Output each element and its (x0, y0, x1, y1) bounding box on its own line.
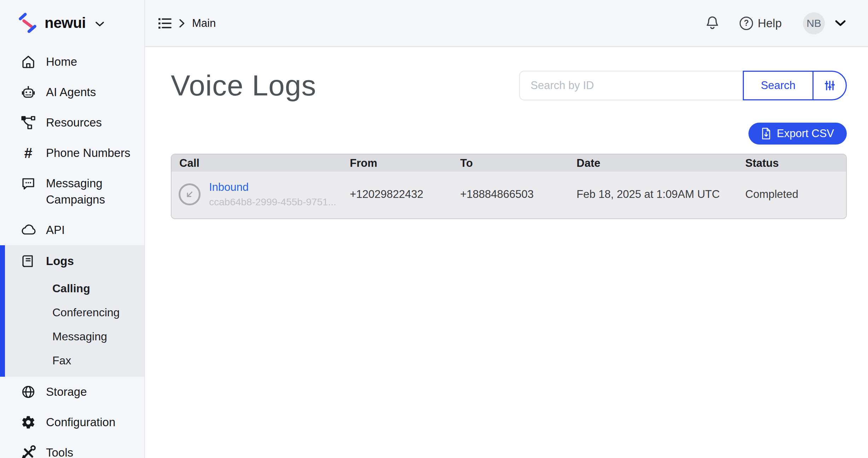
sidebar: newui Home AI Agents Resources # Phone N… (0, 0, 145, 458)
export-csv-button[interactable]: Export CSV (748, 123, 847, 145)
call-texts: Inbound ccab64b8-2999-455b-9751... (209, 181, 336, 208)
column-header-from: From (350, 157, 460, 170)
table-header: Call From To Date Status (172, 154, 846, 172)
column-header-date: Date (577, 157, 745, 170)
brand-name: newui (45, 14, 86, 31)
voice-logs-table: Call From To Date Status Inbound ccab64b… (171, 154, 847, 219)
sidebar-item-logs[interactable]: Logs (5, 246, 144, 276)
chevron-right-icon (179, 18, 185, 28)
title-row: Voice Logs Search (171, 69, 847, 102)
search-group: Search (519, 71, 847, 100)
search-input[interactable] (519, 71, 743, 100)
workspace-switcher[interactable]: newui (0, 0, 144, 43)
chevron-down-icon (835, 20, 846, 27)
bell-icon (704, 15, 721, 32)
topbar: Main ? Help NB (145, 0, 868, 47)
column-header-status: Status (745, 157, 846, 170)
sidebar-item-ai-agents[interactable]: AI Agents (0, 77, 144, 107)
sidebar-item-home[interactable]: Home (0, 47, 144, 77)
sidebar-item-storage[interactable]: Storage (0, 377, 144, 407)
sidebar-group-logs: Logs Calling Conferencing Messaging Fax (0, 245, 144, 377)
help-button[interactable]: ? Help (740, 17, 782, 30)
inbound-arrow-icon (179, 183, 201, 205)
sidebar-item-label: Tools (46, 445, 73, 458)
home-icon (20, 54, 36, 70)
list-icon[interactable] (158, 17, 172, 30)
gear-icon (20, 414, 36, 430)
sidebar-item-tools[interactable]: Tools (0, 438, 144, 458)
call-direction-link[interactable]: Inbound (209, 181, 336, 194)
filter-sliders-icon (823, 79, 836, 92)
sidebar-item-api[interactable]: API (0, 215, 144, 245)
sidebar-item-label: Storage (46, 384, 87, 400)
globe-icon (20, 384, 36, 400)
column-header-to: To (460, 157, 577, 170)
cell-date: Feb 18, 2025 at 1:09AM UTC (577, 188, 745, 201)
sidebar-item-label: Configuration (46, 414, 115, 430)
sidebar-item-label: Logs (46, 253, 74, 269)
cell-status: Completed (745, 188, 846, 201)
hash-icon: # (20, 145, 36, 161)
sidebar-subitem-conferencing[interactable]: Conferencing (5, 300, 144, 324)
call-cell: Inbound ccab64b8-2999-455b-9751... (172, 181, 350, 208)
sidebar-item-label: Home (46, 54, 77, 70)
sidebar-item-phone-numbers[interactable]: # Phone Numbers (0, 138, 144, 168)
help-icon: ? (740, 17, 753, 30)
column-header-call: Call (172, 157, 350, 170)
resources-icon (20, 114, 36, 131)
topbar-actions: ? Help NB (704, 12, 846, 34)
filter-button[interactable] (812, 71, 847, 100)
sidebar-subitem-fax[interactable]: Fax (5, 348, 144, 372)
cell-to: +18884866503 (460, 188, 577, 201)
main-area: Main ? Help NB Voice Logs Search (145, 0, 868, 458)
sidebar-item-label: AI Agents (46, 84, 96, 100)
sidebar-item-configuration[interactable]: Configuration (0, 407, 144, 438)
sidebar-item-messaging-campaigns[interactable]: Messaging Campaigns (0, 168, 144, 215)
chevron-down-icon (95, 21, 104, 27)
search-button[interactable]: Search (743, 71, 814, 100)
cell-from: +12029822432 (350, 188, 460, 201)
avatar[interactable]: NB (803, 12, 825, 34)
sidebar-subitem-messaging[interactable]: Messaging (5, 324, 144, 348)
breadcrumb-current[interactable]: Main (192, 17, 216, 30)
call-id: ccab64b8-2999-455b-9751... (209, 196, 336, 208)
notifications-button[interactable] (704, 15, 721, 32)
chat-bubble-icon (20, 175, 36, 192)
sidebar-item-resources[interactable]: Resources (0, 107, 144, 138)
sidebar-item-label: Resources (46, 114, 102, 131)
logbook-icon (20, 253, 36, 269)
cloud-icon (20, 222, 36, 238)
account-menu-button[interactable] (835, 20, 846, 27)
breadcrumb: Main (158, 17, 216, 30)
sidebar-item-label: Phone Numbers (46, 145, 130, 161)
sidebar-nav: Home AI Agents Resources # Phone Numbers… (0, 47, 144, 458)
content: Voice Logs Search Export CSV Call From T… (145, 47, 868, 458)
robot-icon (20, 84, 36, 100)
help-label: Help (758, 17, 782, 30)
tools-icon (20, 445, 36, 458)
sidebar-item-label: Messaging Campaigns (46, 175, 122, 208)
page-title: Voice Logs (171, 69, 316, 102)
table-row[interactable]: Inbound ccab64b8-2999-455b-9751... +1202… (172, 172, 846, 218)
export-row: Export CSV (171, 123, 847, 145)
file-download-icon (761, 128, 771, 140)
brand-logo-icon (18, 13, 37, 33)
sidebar-subitem-calling[interactable]: Calling (5, 276, 144, 300)
sidebar-item-label: API (46, 222, 65, 238)
